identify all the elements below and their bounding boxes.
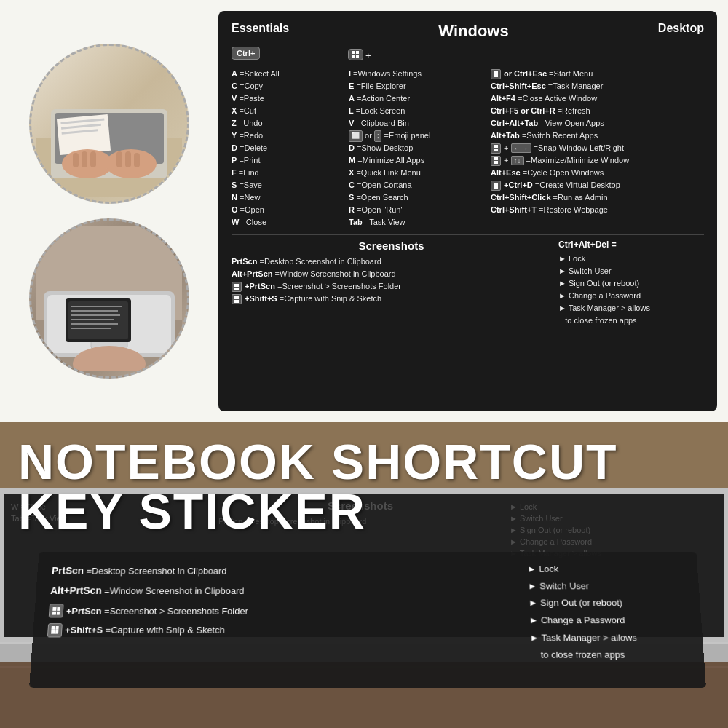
ss-snip: +Shift+S =Capture with Snip & Sketch (232, 293, 551, 305)
desk-snap: + ←→ =Snap Window Left/Right (491, 142, 704, 154)
sticker-prtscn: PrtScn =Desktop Screenshot in Clipboard (51, 561, 506, 582)
shortcut-v: V =Paste (232, 92, 333, 105)
ss-alt: Alt+PrtScn =Window Screenshot in Clipboa… (232, 268, 551, 280)
desk-taskman: Ctrl+Shift+Esc =Task Manager (491, 80, 704, 92)
sticker-lock: ► Lock (527, 561, 684, 578)
cad-switch: ► Switch User (558, 265, 704, 277)
svg-rect-23 (71, 310, 118, 312)
desk-restore: Ctrl+Shift+T =Restore Webpage (491, 204, 704, 216)
desk-cycle: Alt+Esc =Cycle Open Windows (491, 167, 704, 179)
desk-viewapps: Ctrl+Alt+Tab =View Open Apps (491, 117, 704, 130)
essentials-col: A =Sekect All C =Copy V =Paste X =Cut Z … (232, 68, 341, 229)
win-e: E =File Explorer (349, 80, 479, 92)
svg-rect-12 (116, 151, 122, 167)
photo-typing (29, 44, 189, 204)
shortcut-y: Y =Redo (232, 130, 333, 142)
svg-rect-27 (71, 328, 111, 329)
big-title: NOTEBOOK SHORTCUT KEY STICKER (18, 437, 710, 536)
win-c: C =Open Cortana (349, 179, 479, 191)
desk-alttab: Alt+Tab =Switch Recent Apps (491, 130, 704, 142)
win-m: M =Minimize All Apps (349, 154, 479, 167)
shortcut-c: C =Copy (232, 80, 333, 92)
svg-rect-11 (90, 151, 96, 167)
sticker-shifts: +Shift+S =Capture with Snip & Sketch (47, 620, 508, 639)
windows-col: I =Windows Settings E =File Explorer A =… (341, 68, 483, 229)
shortcut-n: N =New (232, 191, 333, 204)
sticker-bottom: PrtScn =Desktop Screenshot in Clipboard … (29, 552, 706, 688)
essentials-title: Essentials (232, 22, 289, 41)
shortcut-f: F =Find (232, 167, 333, 179)
shortcut-d: D =Delete (232, 142, 333, 154)
desk-refresh: Ctrl+F5 or Ctrl+R =Refresh (491, 105, 704, 117)
win-x: X =Quick Link Menu (349, 167, 479, 179)
ctrl-badge: Ctrl+ (232, 47, 260, 60)
win-dot: ⬜ or ; =Emoji panel (349, 130, 479, 142)
desk-maxmin: + ↑↓ =Maximize/Minimize Window (491, 154, 704, 167)
desk-virtual: +Ctrl+D =Create Virtual Desktop (491, 179, 704, 191)
sticker-winprtscn: +PrtScn =Screenshot > Screenshots Folder (48, 601, 507, 620)
svg-rect-10 (82, 151, 87, 167)
win-l: L =Lock Screen (349, 105, 479, 117)
svg-rect-24 (71, 314, 120, 316)
win-s: S =Open Search (349, 191, 479, 204)
desktop-col: or Ctrl+Esc =Start Menu Ctrl+Shift+Esc =… (483, 68, 704, 229)
screenshots-left: Screenshots PrtScn =Desktop Screenshot i… (232, 240, 551, 327)
svg-rect-25 (71, 319, 114, 320)
cad-lock: ► Lock (558, 253, 704, 265)
title-overlay: NOTEBOOK SHORTCUT KEY STICKER (0, 422, 728, 550)
shortcut-s: S =Save (232, 179, 333, 191)
cad-password: ► Change a Password (558, 290, 704, 302)
desk-close: Alt+F4 =Close Active Window (491, 92, 704, 105)
win-d: D =Show Desktop (349, 142, 479, 154)
screenshots-section: Screenshots PrtScn =Desktop Screenshot i… (232, 234, 704, 327)
svg-rect-13 (125, 151, 131, 167)
main-container: Essentials Windows Desktop Ctrl+ (0, 0, 728, 728)
sticker-bottom-left: PrtScn =Desktop Screenshot in Clipboard … (44, 561, 510, 678)
bottom-section: NOTEBOOK SHORTCUT KEY STICKER W =Close T… (0, 422, 728, 728)
shortcut-z: Z =Undo (232, 117, 333, 130)
desktop-title: Desktop (658, 22, 704, 41)
shortcut-w: W =Close (232, 216, 333, 229)
photo-sticker (29, 218, 189, 379)
top-section: Essentials Windows Desktop Ctrl+ (0, 0, 728, 422)
svg-rect-26 (71, 323, 118, 325)
shortcut-x: X =Cut (232, 105, 333, 117)
ss-win: +PrtScn =Screenshot > Screenshots Folder (232, 280, 551, 293)
shortcut-o: O =Open (232, 204, 333, 216)
svg-rect-9 (73, 153, 79, 167)
win-tab: Tab =Task View (349, 216, 479, 229)
sticker-password: ► Change a Password (529, 612, 687, 630)
sticker-bottom-right: ► Lock ► Switch User ► Sign Out (or rebo… (527, 561, 691, 678)
shortcut-p: P =Print (232, 154, 333, 167)
windows-title: Windows (438, 22, 508, 41)
ss-prtscn: PrtScn =Desktop Screenshot in Clipboard (232, 256, 551, 268)
cad-taskman: ► Task Manager > allows to close frozen … (558, 302, 704, 327)
svg-rect-14 (134, 153, 140, 167)
left-photos (0, 0, 218, 422)
sticker-signout: ► Sign Out (or reboot) (529, 595, 687, 612)
shortcut-card: Essentials Windows Desktop Ctrl+ (218, 11, 717, 411)
card-header: Essentials Windows Desktop (232, 22, 704, 41)
desk-admin: Ctrl+Shift+Click =Run as Admin (491, 191, 704, 204)
win-v: V =Clipboard Bin (349, 117, 479, 130)
ctrl-alt-del-title: Ctrl+Alt+Del = (558, 240, 704, 250)
win-badge (348, 49, 363, 60)
sticker-switch-user: ► Switch User (528, 578, 685, 595)
win-a: A =Action Center (349, 92, 479, 105)
sticker-taskman: ► Task Manager > allows to close frozen … (529, 630, 690, 665)
win-r: R =Open "Run" (349, 204, 479, 216)
win-i: I =Windows Settings (349, 68, 479, 80)
ctrl-alt-del-section: Ctrl+Alt+Del = ► Lock ► Switch User ► Si… (558, 240, 704, 327)
screenshots-title: Screenshots (232, 240, 551, 252)
cad-signout: ► Sign Out (or reboot) (558, 277, 704, 290)
shortcut-a: A =Sekect All (232, 68, 333, 80)
svg-rect-22 (71, 306, 122, 307)
card-content: A =Sekect All C =Copy V =Paste X =Cut Z … (232, 68, 704, 229)
sticker-altprtscn: Alt+PrtScn =Window Screenshot in Clipboa… (50, 581, 507, 601)
desk-start: or Ctrl+Esc =Start Menu (491, 68, 704, 80)
